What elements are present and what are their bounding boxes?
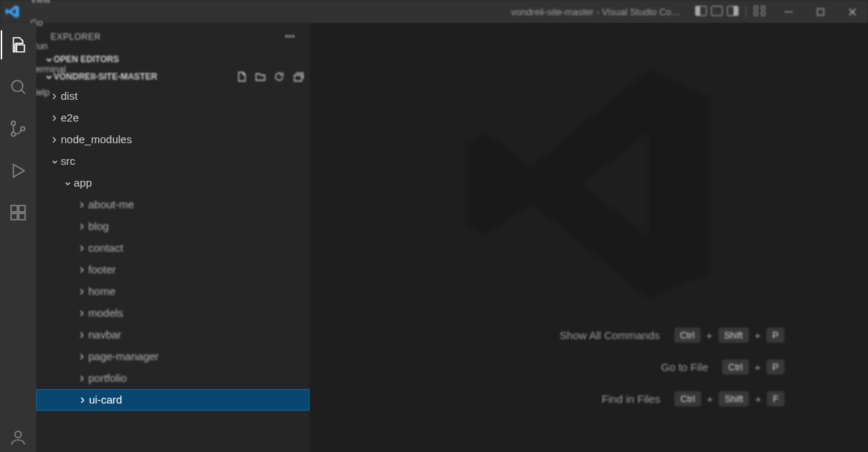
- tree-item-label: about-me: [88, 194, 134, 216]
- tree-item-home[interactable]: home: [36, 281, 310, 302]
- plus-icon: +: [754, 361, 761, 373]
- chevron-right-icon: [48, 107, 61, 129]
- tree-item-navbar[interactable]: navbar: [36, 324, 310, 346]
- svg-point-4: [21, 127, 25, 130]
- tree-item-src[interactable]: src: [36, 150, 310, 172]
- panel-bottom-icon[interactable]: [711, 6, 723, 16]
- window-minimize-button[interactable]: [773, 0, 804, 23]
- plus-icon: +: [754, 329, 761, 341]
- chevron-right-icon: [75, 302, 88, 324]
- keycap: P: [767, 359, 785, 375]
- svg-rect-6: [19, 205, 25, 212]
- file-tree[interactable]: diste2enode_modulessrcappabout-meblogcon…: [36, 85, 310, 452]
- menu-view[interactable]: View: [25, 0, 75, 12]
- tree-item-label: page-manager: [88, 346, 159, 367]
- svg-rect-0: [817, 9, 824, 15]
- titlebar: FileEditSelectionViewGoRunTerminalHelp v…: [0, 0, 868, 23]
- keycap: Ctrl: [674, 328, 700, 343]
- activity-bar: [0, 23, 36, 452]
- layout-grid-icon[interactable]: [754, 6, 765, 16]
- tree-item-label: ui-card: [89, 389, 122, 411]
- new-folder-icon[interactable]: [255, 71, 266, 82]
- panel-left-icon[interactable]: [695, 6, 707, 16]
- editor-layout-controls: [688, 6, 773, 17]
- open-editors-label: OPEN EDITORS: [54, 54, 119, 64]
- svg-rect-8: [19, 213, 25, 220]
- keycap: Ctrl: [675, 391, 701, 406]
- tree-item-app[interactable]: app: [36, 172, 310, 194]
- project-section[interactable]: VONDREII-SITE-MASTER: [36, 68, 310, 85]
- sidebar-more-icon[interactable]: •••: [285, 32, 295, 42]
- tree-item-blog[interactable]: blog: [36, 216, 310, 237]
- tree-item-node_modules[interactable]: node_modules: [36, 129, 310, 150]
- chevron-right-icon: [75, 259, 88, 281]
- tree-item-portfolio[interactable]: portfolio: [36, 367, 310, 389]
- tree-item-footer[interactable]: footer: [36, 259, 310, 281]
- tree-item-dist[interactable]: dist: [36, 85, 310, 107]
- activity-source-control-icon[interactable]: [1, 114, 35, 143]
- panel-right-icon[interactable]: [727, 6, 739, 16]
- keycap: Shift: [718, 328, 749, 343]
- svg-point-3: [12, 132, 15, 136]
- explorer-sidebar: EXPLORER ••• OPEN EDITORS VONDREII-SITE-…: [36, 23, 310, 452]
- chevron-right-icon: [75, 324, 88, 346]
- chevron-right-icon: [75, 237, 88, 259]
- tree-item-label: portfolio: [88, 367, 127, 389]
- chevron-down-icon: [48, 150, 61, 172]
- tree-item-label: node_modules: [61, 129, 132, 150]
- welcome-shortcuts: Show All CommandsCtrl+Shift+PGo to FileC…: [408, 319, 784, 414]
- project-label: VONDREII-SITE-MASTER: [54, 72, 157, 82]
- shortcut-row: Find in FilesCtrl+Shift+F: [408, 383, 784, 414]
- shortcut-label: Go to File: [661, 361, 708, 373]
- tree-item-contact[interactable]: contact: [36, 237, 310, 259]
- tree-item-label: app: [74, 172, 92, 194]
- tree-item-label: navbar: [88, 324, 122, 346]
- chevron-right-icon: [75, 281, 88, 302]
- window-close-button[interactable]: [836, 0, 868, 23]
- tree-item-label: footer: [88, 259, 116, 281]
- tree-item-label: models: [88, 302, 123, 324]
- tree-item-ui-card[interactable]: ui-card: [36, 389, 310, 411]
- plus-icon: +: [707, 393, 713, 405]
- chevron-right-icon: [75, 194, 88, 216]
- shortcut-label: Find in Files: [602, 393, 660, 405]
- activity-run-debug-icon[interactable]: [1, 156, 35, 185]
- tree-item-label: blog: [88, 216, 109, 237]
- chevron-right-icon: [76, 389, 89, 411]
- activity-search-icon[interactable]: [1, 72, 35, 101]
- tree-item-e2e[interactable]: e2e: [36, 107, 310, 129]
- activity-extensions-icon[interactable]: [1, 198, 35, 227]
- shortcut-label: Show All Commands: [560, 329, 660, 341]
- vscode-window: FileEditSelectionViewGoRunTerminalHelp v…: [0, 0, 868, 452]
- sidebar-title: EXPLORER •••: [36, 23, 310, 51]
- activity-accounts-icon[interactable]: [1, 423, 35, 452]
- tree-item-label: src: [61, 150, 75, 172]
- svg-point-2: [12, 121, 15, 125]
- plus-icon: +: [706, 329, 712, 341]
- tree-item-page-manager[interactable]: page-manager: [36, 346, 310, 367]
- tree-item-models[interactable]: models: [36, 302, 310, 324]
- plus-icon: +: [755, 393, 762, 405]
- keycap: Shift: [719, 391, 749, 406]
- open-editors-section[interactable]: OPEN EDITORS: [36, 51, 310, 68]
- window-maximize-button[interactable]: [804, 0, 836, 23]
- svg-rect-7: [11, 213, 17, 220]
- new-file-icon[interactable]: [236, 71, 247, 82]
- tree-item-label: home: [88, 281, 116, 302]
- refresh-icon[interactable]: [273, 71, 285, 82]
- tree-item-label: e2e: [61, 107, 79, 129]
- activity-explorer-icon[interactable]: [1, 30, 35, 59]
- svg-point-9: [15, 431, 22, 438]
- vscode-watermark-icon: [459, 54, 719, 317]
- shortcut-keys: Ctrl+P: [723, 359, 785, 375]
- keycap: Ctrl: [723, 359, 749, 375]
- keycap: F: [767, 391, 784, 406]
- sidebar-title-label: EXPLORER: [51, 32, 101, 42]
- tree-item-about-me[interactable]: about-me: [36, 194, 310, 216]
- shortcut-keys: Ctrl+Shift+P: [674, 328, 784, 343]
- collapse-all-icon[interactable]: [292, 71, 304, 82]
- editor-area: Show All CommandsCtrl+Shift+PGo to FileC…: [310, 23, 868, 452]
- keycap: P: [767, 328, 785, 343]
- chevron-right-icon: [48, 129, 61, 150]
- svg-rect-5: [11, 205, 17, 212]
